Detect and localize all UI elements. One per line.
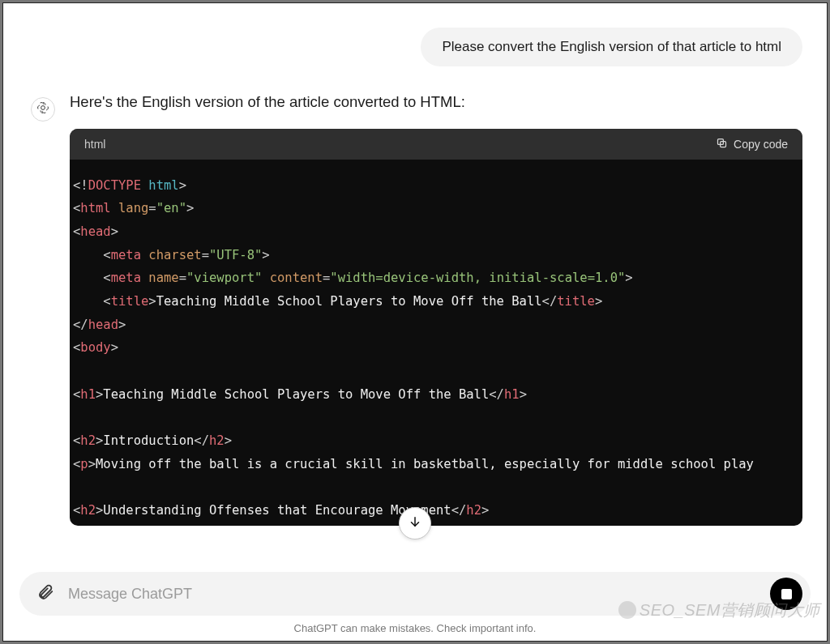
user-message-row: Please convert the English version of th… [3, 28, 827, 91]
attach-button[interactable] [34, 582, 57, 605]
user-message-text: Please convert the English version of th… [442, 39, 781, 54]
assistant-avatar [31, 97, 55, 122]
message-input[interactable] [68, 586, 759, 603]
composer [19, 572, 811, 616]
stop-icon [781, 589, 792, 599]
assistant-intro-text: Here's the English version of the articl… [70, 91, 802, 114]
copy-code-button[interactable]: Copy code [716, 137, 788, 151]
copy-icon [716, 137, 728, 151]
code-content[interactable]: <!DOCTYPE html> <html lang="en"> <head> … [70, 160, 802, 526]
chat-window: Please convert the English version of th… [2, 2, 828, 642]
disclaimer-text: ChatGPT can make mistakes. Check importa… [19, 616, 811, 636]
svg-point-0 [41, 106, 45, 110]
code-block-header: html Copy code [70, 129, 802, 160]
composer-area: ChatGPT can make mistakes. Check importa… [3, 564, 827, 641]
conversation-scroll[interactable]: Please convert the English version of th… [3, 3, 827, 641]
user-message-bubble: Please convert the English version of th… [421, 28, 802, 66]
assistant-message-row: Here's the English version of the articl… [3, 91, 827, 526]
assistant-message-content: Here's the English version of the articl… [70, 91, 827, 526]
code-block: html Copy code <!DOCTYPE html> <html [70, 129, 802, 526]
arrow-down-icon [408, 514, 422, 532]
copy-code-label: Copy code [734, 138, 788, 151]
code-language-label: html [84, 138, 105, 151]
scroll-to-bottom-button[interactable] [399, 507, 431, 540]
stop-generating-button[interactable] [770, 578, 802, 610]
paperclip-icon [36, 583, 54, 604]
openai-logo-icon [36, 100, 50, 118]
